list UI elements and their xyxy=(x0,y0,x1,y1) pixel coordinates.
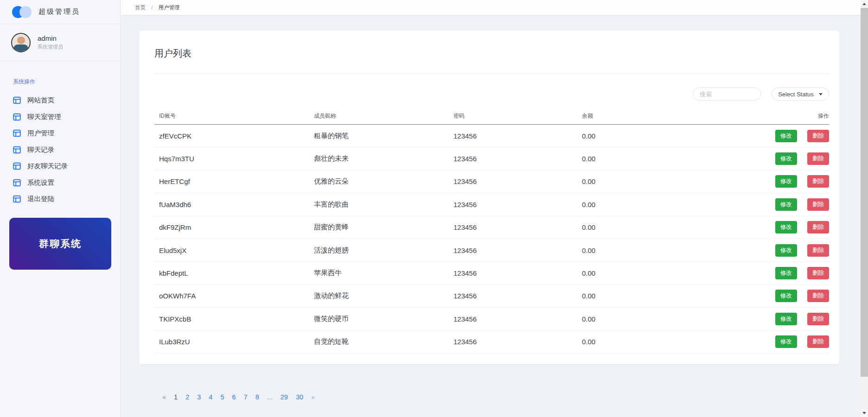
delete-button[interactable]: 删除 xyxy=(807,244,829,257)
edit-button[interactable]: 修改 xyxy=(775,130,797,142)
sidebar-menu-item-label: 用户管理 xyxy=(27,129,54,138)
user-balance: 0.00 xyxy=(577,155,716,163)
breadcrumb-current: 用户管理 xyxy=(159,5,180,10)
sidebar-menu-item[interactable]: 聊天记录 xyxy=(0,142,120,158)
menu-section-label: 系统操作 xyxy=(13,78,120,86)
user-id: oOKWh7FA xyxy=(154,292,309,300)
header-id: ID账号 xyxy=(154,112,309,120)
table-row: kbFdeptL 苹果西牛 123456 0.00 修改 删除 xyxy=(154,262,829,284)
table-row: dkF9ZjRm 甜蜜的黄蜂 123456 0.00 修改 删除 xyxy=(154,216,829,239)
layout-grid-icon xyxy=(13,162,21,170)
delete-button[interactable]: 删除 xyxy=(807,290,829,302)
profile-name: admin xyxy=(38,34,63,42)
user-profile: admin 系统管理员 xyxy=(0,24,120,61)
delete-button[interactable]: 删除 xyxy=(807,221,829,234)
user-id: dkF9ZjRm xyxy=(154,223,309,231)
page-title: 用户列表 xyxy=(154,31,829,60)
edit-button[interactable]: 修改 xyxy=(775,221,797,234)
sidebar-menu-item[interactable]: 退出登陆 xyxy=(0,191,120,208)
sidebar-menu-item-label: 聊天室管理 xyxy=(27,113,61,121)
user-id: zfEVcCPK xyxy=(154,132,309,140)
status-select[interactable]: Select Status xyxy=(772,88,829,101)
user-balance: 0.00 xyxy=(577,269,716,277)
sidebar-menu-item[interactable]: 用户管理 xyxy=(0,125,120,142)
breadcrumb-home-link[interactable]: 首页 xyxy=(135,5,146,10)
pagination-page-8[interactable]: 8 xyxy=(255,393,259,401)
search-input[interactable] xyxy=(693,88,761,101)
user-balance: 0.00 xyxy=(577,292,716,300)
header-balance: 余额 xyxy=(577,112,716,120)
row-actions: 修改 删除 xyxy=(716,335,829,348)
table-row: fUaM3dh6 丰富的歌曲 123456 0.00 修改 删除 xyxy=(154,193,829,216)
scroll-up-button[interactable] xyxy=(861,0,868,8)
pagination-page-6[interactable]: 6 xyxy=(232,393,236,401)
delete-button[interactable]: 删除 xyxy=(807,130,829,142)
edit-button[interactable]: 修改 xyxy=(775,290,797,302)
user-balance: 0.00 xyxy=(577,132,716,140)
vertical-scrollbar[interactable] xyxy=(861,0,868,417)
sidebar-menu-item-label: 好友聊天记录 xyxy=(27,162,68,171)
scrollbar-thumb[interactable] xyxy=(861,8,868,377)
edit-button[interactable]: 修改 xyxy=(775,313,797,325)
edit-button[interactable]: 修改 xyxy=(775,267,797,279)
table-row: Hqs7m3TU 彪壮的未来 123456 0.00 修改 删除 xyxy=(154,147,829,170)
row-actions: 修改 删除 xyxy=(716,244,829,257)
pagination-next[interactable]: » xyxy=(311,393,315,401)
edit-button[interactable]: 修改 xyxy=(775,335,797,348)
edit-button[interactable]: 修改 xyxy=(775,198,797,211)
user-id: Elud5xjX xyxy=(154,246,309,254)
delete-button[interactable]: 删除 xyxy=(807,152,829,165)
sidebar-menu-item[interactable]: 好友聊天记录 xyxy=(0,158,120,175)
user-nickname: 自觉的短靴 xyxy=(309,337,449,346)
pagination-page-4[interactable]: 4 xyxy=(209,393,212,401)
pagination-prev[interactable]: « xyxy=(162,393,166,401)
delete-button[interactable]: 删除 xyxy=(807,175,829,188)
user-password: 123456 xyxy=(449,338,577,346)
sidebar-menu-item[interactable]: 聊天室管理 xyxy=(0,109,120,126)
edit-button[interactable]: 修改 xyxy=(775,175,797,188)
sidebar-menu-item-label: 退出登陆 xyxy=(27,195,54,203)
avatar xyxy=(11,33,31,52)
system-banner[interactable]: 群聊系统 xyxy=(9,218,111,270)
user-nickname: 粗暴的钢笔 xyxy=(309,132,449,140)
user-password: 123456 xyxy=(449,223,577,231)
pagination-page-7[interactable]: 7 xyxy=(244,393,248,401)
user-balance: 0.00 xyxy=(577,246,716,254)
pagination-page-29[interactable]: 29 xyxy=(281,393,288,401)
delete-button[interactable]: 删除 xyxy=(807,198,829,211)
layout-grid-icon xyxy=(13,96,21,104)
sidebar-menu-item[interactable]: 系统设置 xyxy=(0,175,120,191)
pagination-page-30[interactable]: 30 xyxy=(296,393,303,401)
user-password: 123456 xyxy=(449,177,577,185)
layout-grid-icon xyxy=(13,179,21,187)
user-table: ID账号 成员昵称 密码 余额 操作 zfEVcCPK 粗暴的钢笔 123456… xyxy=(154,108,829,354)
user-nickname: 激动的鲜花 xyxy=(309,291,449,300)
pagination-page-5[interactable]: 5 xyxy=(220,393,224,401)
arrow-down-icon xyxy=(862,412,866,414)
row-actions: 修改 删除 xyxy=(716,152,829,165)
pagination-page-3[interactable]: 3 xyxy=(197,393,201,401)
row-actions: 修改 删除 xyxy=(716,130,829,142)
delete-button[interactable]: 删除 xyxy=(807,267,829,279)
user-password: 123456 xyxy=(449,269,577,277)
sidebar-menu: 网站首页 聊天室管理 用户管理 xyxy=(0,92,120,208)
pagination-page-1[interactable]: 1 xyxy=(174,393,178,401)
user-id: HerETCgf xyxy=(154,177,309,185)
edit-button[interactable]: 修改 xyxy=(775,152,797,165)
app-logo-icon xyxy=(12,6,32,18)
edit-button[interactable]: 修改 xyxy=(775,244,797,257)
pagination-page-2[interactable]: 2 xyxy=(185,393,189,401)
pagination: «12345678...2930» xyxy=(162,393,315,401)
pagination-ellipsis[interactable]: ... xyxy=(267,393,273,401)
table-body: zfEVcCPK 粗暴的钢笔 123456 0.00 修改 删除 Hqs7m3T… xyxy=(154,125,829,354)
row-actions: 修改 删除 xyxy=(716,175,829,188)
sidebar-menu-item[interactable]: 网站首页 xyxy=(0,92,120,109)
row-actions: 修改 删除 xyxy=(716,267,829,279)
delete-button[interactable]: 删除 xyxy=(807,335,829,348)
header-password: 密码 xyxy=(449,112,577,120)
layout-grid-icon xyxy=(13,146,21,154)
scroll-down-button[interactable] xyxy=(861,409,868,417)
sidebar: 超级管理员 admin 系统管理员 系统操作 网站首页 xyxy=(0,0,121,417)
delete-button[interactable]: 删除 xyxy=(807,313,829,325)
user-nickname: 苹果西牛 xyxy=(309,269,449,278)
